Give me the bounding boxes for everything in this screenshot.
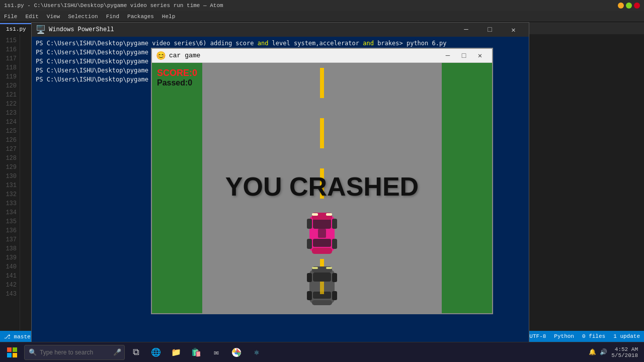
taskbar-explorer[interactable]: 📁 [167, 343, 185, 361]
taskbar-store[interactable]: 🛍️ [187, 343, 205, 361]
menu-view[interactable]: View [47, 14, 60, 20]
system-icons: 🔔 🔊 [589, 348, 607, 356]
ps-maximize-button[interactable]: □ [478, 23, 501, 37]
car-game-window: 😊 car game ─ □ ✕ SCORE:0 Passed:0 YOU CR… [151, 48, 493, 314]
ps-close-button[interactable]: ✕ [502, 23, 525, 37]
tab-file[interactable]: 1s1.py [0, 23, 33, 34]
menu-find[interactable]: Find [106, 14, 119, 20]
game-canvas: SCORE:0 Passed:0 YOU CRASHED [152, 63, 492, 313]
taskbar-mail[interactable]: ✉️ [207, 343, 225, 361]
cg-minimize-button[interactable]: ─ [440, 49, 456, 63]
taskbar-atom[interactable]: ⚛ [248, 343, 266, 361]
svg-rect-5 [307, 219, 312, 229]
svg-rect-25 [13, 347, 17, 352]
svg-rect-10 [326, 213, 332, 216]
taskbar-task-view[interactable]: ⧉ [127, 343, 145, 361]
svg-rect-1 [313, 219, 331, 229]
svg-rect-17 [307, 273, 312, 282]
cg-title: car game [169, 52, 200, 59]
player-car [307, 209, 337, 259]
status-files: 0 files [582, 333, 605, 339]
passed-text: Passed:0 [157, 78, 197, 87]
svg-rect-11 [318, 229, 326, 238]
svg-rect-18 [332, 273, 337, 282]
svg-rect-24 [7, 347, 12, 352]
taskbar-date: 5/5/2018 [611, 352, 638, 358]
cg-titlebar: 😊 car game ─ □ ✕ [152, 49, 492, 63]
menu-file[interactable]: File [4, 14, 17, 20]
svg-rect-2 [313, 239, 331, 247]
svg-rect-13 [313, 273, 331, 282]
enemy-car [307, 264, 337, 309]
menu-packages[interactable]: Packages [127, 14, 154, 20]
taskbar-search[interactable]: 🔍 🎤 [24, 345, 125, 360]
score-text: SCORE:0 [157, 68, 197, 78]
search-input[interactable] [40, 349, 110, 356]
svg-rect-19 [307, 291, 312, 300]
svg-rect-20 [332, 291, 337, 300]
road-line-2 [320, 118, 324, 148]
search-icon: 🔍 [29, 348, 37, 356]
start-button[interactable] [2, 343, 22, 361]
ps-titlebar: 🖥️ Windows PowerShell ─ □ ✕ [32, 23, 529, 37]
maximize-button[interactable] [626, 3, 632, 9]
atom-title: 1s1.py - C:\Users\ISHU\Desktop\pygame vi… [4, 3, 223, 9]
ps-minimize-button[interactable]: ─ [455, 23, 477, 37]
svg-rect-4 [312, 248, 332, 254]
atom-titlebar: 1s1.py - C:\Users\ISHU\Desktop\pygame vi… [0, 0, 644, 11]
minimize-button[interactable] [618, 3, 624, 9]
svg-rect-6 [332, 219, 337, 229]
svg-rect-16 [312, 300, 332, 305]
taskbar-time: 4:52 AM [615, 346, 638, 352]
taskbar-clock: 4:52 AM 5/5/2018 [611, 346, 638, 358]
status-language: Python [554, 333, 574, 339]
svg-rect-9 [312, 213, 318, 216]
grass-right [442, 63, 492, 313]
mic-icon: 🎤 [113, 348, 121, 356]
taskbar-right: 🔔 🔊 4:52 AM 5/5/2018 [589, 346, 642, 358]
cg-maximize-button[interactable]: □ [456, 49, 472, 63]
menu-selection[interactable]: Selection [68, 14, 98, 20]
score-display: SCORE:0 Passed:0 [157, 68, 197, 87]
menu-edit[interactable]: Edit [25, 14, 38, 20]
road-line-1 [320, 68, 324, 98]
taskbar-chrome[interactable] [227, 343, 246, 361]
taskbar-ie[interactable]: 🌐 [147, 343, 165, 361]
ps-line-1: PS C:\Users\ISHU\Desktop\pygame video se… [36, 39, 525, 48]
cg-close-button[interactable]: ✕ [472, 49, 488, 63]
svg-rect-21 [312, 267, 318, 269]
line-numbers: 115116117118119 120121122123124 12512612… [0, 34, 20, 342]
taskbar: 🔍 🎤 ⧉ 🌐 📁 🛍️ ✉️ ⚛ 🔔 🔊 4:52 AM 5/5/2018 [0, 342, 644, 362]
crashed-text: YOU CRASHED [225, 171, 419, 202]
svg-rect-27 [13, 353, 17, 357]
svg-rect-26 [7, 353, 12, 357]
status-branch: ⎇ master [4, 333, 34, 340]
grass-left [152, 63, 202, 313]
atom-menubar: File Edit View Selection Find Packages H… [0, 11, 644, 22]
svg-rect-22 [326, 267, 332, 269]
ps-title: Windows PowerShell [49, 26, 114, 33]
menu-help[interactable]: Help [162, 14, 175, 20]
svg-rect-7 [307, 239, 312, 249]
status-updates: 1 update [613, 333, 640, 339]
svg-rect-23 [320, 282, 324, 294]
svg-rect-8 [332, 239, 337, 249]
close-button[interactable] [634, 3, 640, 9]
status-encoding: UTF-8 [529, 333, 546, 339]
